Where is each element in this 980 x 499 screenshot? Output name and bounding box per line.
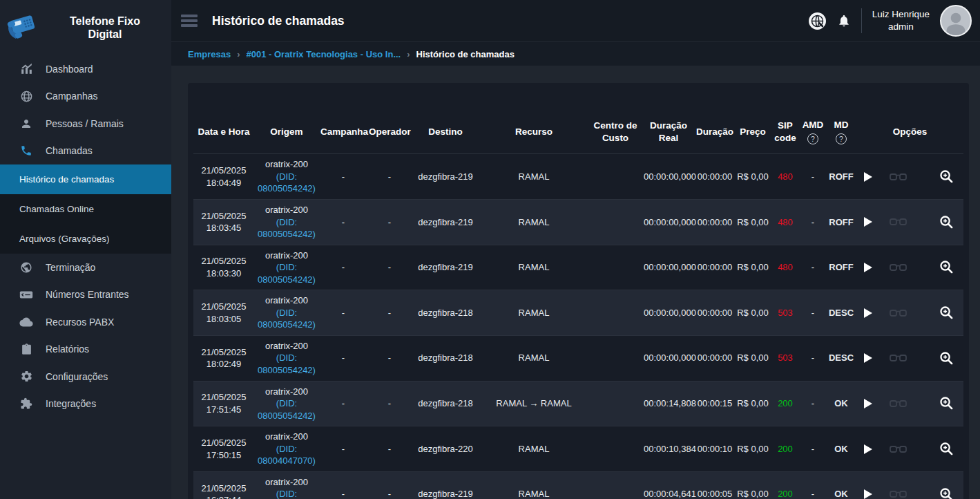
zoom-details-button[interactable] (939, 169, 954, 184)
glasses-view-icon[interactable] (890, 490, 907, 498)
sidebar-item-pessoas-ramais[interactable]: Pessoas / Ramais (0, 110, 171, 138)
play-recording-button[interactable] (863, 216, 873, 227)
cell-amd: - (800, 426, 826, 472)
did-link[interactable]: (DID: 08005054242) (256, 352, 318, 376)
cell-duracao-real: 00:00:00,000 (642, 290, 695, 336)
cell-md: ROFF (826, 200, 856, 245)
cell-data-hora: 21/05/2025 18:04:49 (193, 154, 254, 200)
breadcrumb-current: Histórico de chamadas (416, 49, 515, 59)
table-row[interactable]: 21/05/2025 18:04:49 oratrix-200 (DID: 08… (193, 154, 963, 200)
zoom-details-button[interactable] (939, 351, 954, 366)
cell-opcoes (856, 335, 963, 381)
bar-chart-icon (19, 62, 34, 75)
sidebar-item-terminacao[interactable]: Terminação (0, 254, 171, 281)
cell-data-hora: 21/05/2025 18:03:05 (193, 290, 254, 336)
table-row[interactable]: 21/05/2025 16:07:44 oratrix-200 (DID: 08… (193, 471, 963, 499)
cell-data-hora: 21/05/2025 16:07:44 (193, 471, 254, 499)
sidebar-item-recursos-pabx[interactable]: Recursos PABX (0, 308, 171, 336)
zoom-details-button[interactable] (939, 396, 954, 411)
user-menu[interactable]: Luiz Henrique admin (872, 8, 930, 32)
brand[interactable]: Telefone Fixo Digital (0, 0, 171, 55)
did-link[interactable]: (DID: 08005054242) (256, 488, 318, 499)
cell-origem: oratrix-200 (DID: 08005054242) (254, 245, 319, 290)
play-recording-button[interactable] (863, 262, 873, 273)
cell-sip-code: 200 (771, 426, 800, 472)
table-row[interactable]: 21/05/2025 18:03:05 oratrix-200 (DID: 08… (193, 290, 963, 336)
sidebar-item-campanhas[interactable]: Campanhas (0, 83, 171, 111)
menu-toggle-button[interactable] (181, 12, 198, 30)
sidebar-item-numeros-entrantes[interactable]: Números Entrantes (0, 281, 171, 309)
sidebar-item-label: Recursos PABX (46, 317, 114, 328)
cell-preco: R$ 0,00 (735, 200, 771, 245)
table-row[interactable]: 21/05/2025 17:50:15 oratrix-200 (DID: 08… (193, 426, 963, 472)
play-recording-button[interactable] (863, 308, 873, 319)
origem-name: oratrix-200 (256, 158, 318, 171)
breadcrumb-link-empresa[interactable]: #001 - Oratrix Tecnologias - Uso In... (247, 49, 401, 59)
play-recording-button[interactable] (863, 171, 873, 182)
cell-duracao: 00:00:00 (695, 245, 735, 290)
sidebar-item-chamadas-online[interactable]: Chamadas Online (0, 194, 171, 224)
play-recording-button[interactable] (863, 444, 873, 455)
sidebar-item-chamadas[interactable]: Chamadas (0, 138, 171, 165)
zoom-details-button[interactable] (939, 442, 954, 456)
notifications-bell-icon[interactable] (837, 13, 851, 28)
glasses-view-icon[interactable] (890, 445, 907, 453)
play-recording-button[interactable] (863, 352, 873, 364)
clipboard-icon (19, 343, 34, 355)
sidebar-item-arquivos-gravacoes[interactable]: Arquivos (Gravações) (0, 224, 171, 254)
zoom-details-button[interactable] (939, 305, 954, 320)
user-avatar[interactable] (940, 5, 972, 37)
cell-origem: oratrix-200 (DID: 08005054242) (254, 290, 319, 336)
sidebar-item-dashboard[interactable]: Dashboard (0, 55, 171, 83)
did-link[interactable]: (DID: 08005054242) (256, 261, 318, 285)
glasses-view-icon[interactable] (890, 309, 907, 317)
col-centro-de-custo: Centro de Custo (588, 116, 642, 154)
cell-centro-de-custo (588, 290, 642, 336)
person-icon (19, 117, 34, 130)
table-row[interactable]: 21/05/2025 18:02:49 oratrix-200 (DID: 08… (193, 335, 963, 381)
help-circle-icon[interactable]: ? (807, 133, 818, 144)
sip-code-badge: 480 (778, 171, 793, 182)
did-link[interactable]: (DID: 08005054242) (256, 307, 318, 331)
cell-sip-code: 200 (771, 381, 800, 426)
zoom-details-button[interactable] (939, 215, 954, 229)
help-circle-icon[interactable]: ? (836, 133, 847, 144)
glasses-view-icon[interactable] (890, 173, 907, 181)
cell-duracao: 00:00:05 (695, 471, 735, 499)
sidebar-item-integracoes[interactable]: Integrações (0, 390, 171, 418)
did-link[interactable]: (DID: 08005054242) (256, 171, 318, 195)
call-date: 21/05/2025 (195, 346, 253, 359)
did-link[interactable]: (DID: 08005054242) (256, 397, 318, 422)
glasses-view-icon[interactable] (890, 218, 907, 226)
cell-destino: dezgfibra-218 (412, 335, 479, 381)
sidebar-item-configuracoes[interactable]: Configurações (0, 363, 171, 390)
cell-amd: - (800, 381, 826, 426)
table-row[interactable]: 21/05/2025 18:03:30 oratrix-200 (DID: 08… (193, 245, 963, 290)
cell-md: OK (826, 471, 856, 499)
globe-tools-icon[interactable] (808, 12, 827, 30)
navbar-divider (861, 8, 862, 33)
zoom-details-button[interactable] (939, 487, 954, 499)
glasses-view-icon[interactable] (890, 263, 907, 272)
did-link[interactable]: (DID: 08005054242) (256, 216, 318, 241)
glasses-view-icon[interactable] (890, 399, 907, 408)
zoom-details-button[interactable] (939, 260, 954, 274)
sidebar: Telefone Fixo Digital Dashboard (0, 0, 171, 499)
play-recording-button[interactable] (863, 398, 873, 409)
glasses-view-icon[interactable] (890, 354, 907, 362)
sidebar-item-relatorios[interactable]: Relatórios (0, 336, 171, 364)
cloud-icon (19, 317, 34, 328)
sidebar-item-historico-de-chamadas[interactable]: Histórico de chamadas (0, 164, 171, 194)
breadcrumb-link-empresas[interactable]: Empresas (188, 49, 231, 59)
table-row[interactable]: 21/05/2025 17:51:45 oratrix-200 (DID: 08… (193, 381, 963, 426)
table-row[interactable]: 21/05/2025 18:03:45 oratrix-200 (DID: 08… (193, 200, 963, 245)
sidebar-item-label: Histórico de chamadas (19, 174, 114, 185)
puzzle-icon (19, 397, 34, 410)
cell-campanha: - (319, 426, 367, 472)
cell-preco: R$ 0,00 (735, 471, 771, 499)
play-recording-button[interactable] (863, 489, 873, 499)
did-link[interactable]: (DID: 08004047070) (256, 443, 318, 467)
cell-operador: - (367, 335, 412, 381)
sidebar-item-label: Chamadas (46, 145, 93, 156)
sip-code-badge: 480 (778, 217, 793, 227)
